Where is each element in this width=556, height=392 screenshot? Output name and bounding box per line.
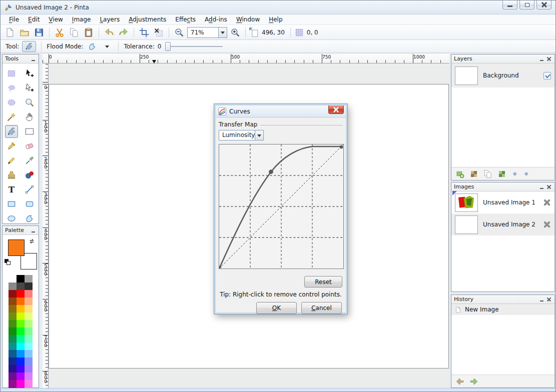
- ok-button[interactable]: OK: [256, 302, 297, 314]
- tool-pan[interactable]: [23, 110, 36, 124]
- channel-value[interactable]: Luminosity: [219, 130, 255, 140]
- tool-pencil[interactable]: [5, 154, 18, 167]
- undo-button[interactable]: [103, 26, 116, 38]
- deselect-button[interactable]: [152, 26, 165, 38]
- tool-eraser[interactable]: [23, 140, 36, 152]
- minimize-button[interactable]: [502, 0, 517, 10]
- minimize-panel-icon[interactable]: [30, 228, 36, 234]
- palette-swatch[interactable]: [25, 320, 33, 328]
- reset-colors-icon[interactable]: [5, 259, 11, 266]
- channel-combobox[interactable]: Luminosity: [219, 130, 343, 140]
- tool-move[interactable]: [23, 82, 36, 94]
- tool-color-picker[interactable]: [23, 154, 36, 167]
- tool-ellipse[interactable]: [5, 212, 18, 225]
- palette-swatch[interactable]: [17, 372, 25, 380]
- menu-adjustments[interactable]: Adjustments: [124, 15, 171, 24]
- dialog-close-button[interactable]: [328, 106, 344, 114]
- active-tool-button[interactable]: [22, 41, 36, 52]
- menu-layers[interactable]: Layers: [95, 15, 124, 24]
- menu-help[interactable]: Help: [264, 15, 287, 24]
- history-undo-icon[interactable]: [455, 377, 464, 386]
- menu-image[interactable]: Image: [68, 15, 96, 24]
- flood-mode-button[interactable]: [86, 41, 98, 52]
- palette-swatch[interactable]: [25, 380, 33, 388]
- palette-swatch[interactable]: [9, 372, 17, 380]
- menu-effects[interactable]: Effects: [171, 15, 200, 24]
- curve-plot[interactable]: [219, 144, 344, 269]
- palette-swatch[interactable]: [17, 365, 25, 372]
- layer-row-background[interactable]: Background: [451, 64, 554, 88]
- palette-swatch[interactable]: [17, 320, 25, 328]
- palette-swatch[interactable]: [17, 350, 25, 358]
- tool-clone-stamp[interactable]: [5, 168, 18, 182]
- close-panel-icon[interactable]: [546, 296, 552, 302]
- palette-swatch[interactable]: [25, 335, 33, 342]
- menu-add-ins[interactable]: Add-ins: [200, 15, 232, 24]
- flood-mode-dropdown-button[interactable]: [101, 41, 113, 52]
- palette-swatch[interactable]: [9, 365, 17, 372]
- history-item-new-image[interactable]: New Image: [451, 304, 554, 315]
- tool-gradient[interactable]: [23, 125, 36, 138]
- tool-rectangle[interactable]: [5, 198, 18, 210]
- tool-magic-wand[interactable]: [5, 110, 18, 124]
- palette-swatch[interactable]: [25, 358, 33, 365]
- delete-layer-icon[interactable]: [469, 170, 478, 178]
- tool-text[interactable]: [5, 183, 18, 196]
- palette-swatch[interactable]: [9, 290, 17, 298]
- move-layer-up-icon[interactable]: [511, 170, 518, 177]
- tool-zoom[interactable]: [23, 96, 36, 109]
- palette-swatch[interactable]: [17, 305, 25, 312]
- palette-swatch[interactable]: [17, 328, 25, 335]
- zoom-out-button[interactable]: [173, 26, 186, 38]
- palette-swatch[interactable]: [25, 342, 33, 350]
- tool-rounded-rectangle[interactable]: [23, 198, 36, 210]
- palette-swatch[interactable]: [25, 350, 33, 358]
- channel-dropdown-button[interactable]: [255, 130, 264, 140]
- open-button[interactable]: [18, 26, 31, 38]
- close-button[interactable]: [536, 0, 551, 10]
- minimize-panel-icon[interactable]: [538, 184, 544, 190]
- palette-swatch[interactable]: [17, 342, 25, 350]
- palette-swatch[interactable]: [9, 298, 17, 305]
- palette-swatch[interactable]: [17, 298, 25, 305]
- zoom-level-combobox[interactable]: 71%: [187, 27, 227, 38]
- close-image-icon[interactable]: [543, 220, 551, 228]
- minimize-panel-icon[interactable]: [538, 56, 544, 62]
- close-panel-icon[interactable]: [546, 184, 552, 190]
- menu-edit[interactable]: Edit: [24, 15, 44, 24]
- palette-swatch[interactable]: [17, 358, 25, 365]
- tool-move-selection[interactable]: [23, 67, 36, 80]
- zoom-dropdown-button[interactable]: [218, 27, 227, 38]
- duplicate-layer-icon[interactable]: [483, 170, 492, 178]
- palette-swatch[interactable]: [25, 305, 33, 312]
- crop-to-selection-button[interactable]: [138, 26, 151, 38]
- palette-swatch[interactable]: [17, 312, 25, 320]
- image-row-1[interactable]: Unsaved Image 1: [451, 192, 554, 214]
- close-image-icon[interactable]: [543, 198, 551, 206]
- save-button[interactable]: [33, 26, 46, 38]
- paste-button[interactable]: [82, 26, 95, 38]
- menu-file[interactable]: File: [5, 15, 24, 24]
- zoom-in-button[interactable]: [229, 26, 242, 38]
- minimize-panel-icon[interactable]: [30, 56, 36, 62]
- tool-freeform-shape[interactable]: [23, 212, 36, 225]
- palette-swatch[interactable]: [9, 305, 17, 312]
- palette-swatch[interactable]: [9, 312, 17, 320]
- tolerance-slider[interactable]: [165, 42, 223, 51]
- palette-swatch[interactable]: [9, 282, 17, 290]
- palette-swatch[interactable]: [17, 275, 25, 282]
- curves-dialog-titlebar[interactable]: Curves: [216, 106, 346, 118]
- slider-track[interactable]: [165, 46, 223, 47]
- redo-button[interactable]: [117, 26, 130, 38]
- palette-swatch[interactable]: [9, 275, 17, 282]
- slider-handle[interactable]: [165, 42, 171, 51]
- history-redo-icon[interactable]: [469, 377, 478, 386]
- palette-swatch[interactable]: [9, 335, 17, 342]
- reset-button[interactable]: Reset: [304, 276, 342, 288]
- restore-button[interactable]: [519, 0, 534, 10]
- palette-swatch[interactable]: [25, 282, 33, 290]
- cancel-button[interactable]: Cancel: [301, 302, 342, 314]
- palette-swatch[interactable]: [9, 342, 17, 350]
- cut-button[interactable]: [53, 26, 66, 38]
- tool-lasso-select[interactable]: [5, 82, 18, 94]
